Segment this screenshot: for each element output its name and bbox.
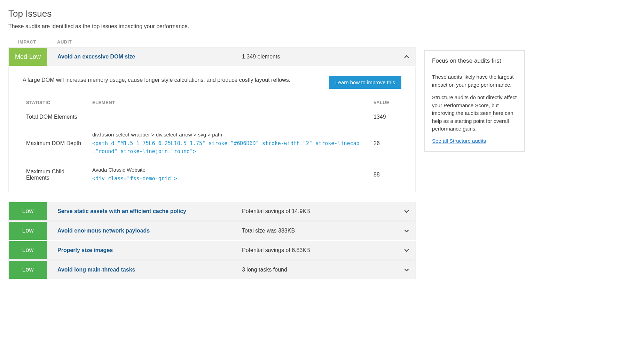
stat-value: 88 — [370, 161, 401, 188]
audit-metric: 3 long tasks found — [242, 267, 398, 273]
impact-badge: Low — [9, 202, 47, 220]
impact-badge: Low — [9, 261, 47, 279]
stat-element — [89, 108, 370, 126]
audit-row[interactable]: Low Avoid enormous network payloads Tota… — [8, 221, 416, 240]
learn-how-button[interactable]: Learn how to improve this — [329, 76, 401, 89]
audit-row[interactable]: Low Serve static assets with an efficien… — [8, 202, 416, 221]
audit-row[interactable]: Low Avoid long main-thread tasks 3 long … — [8, 260, 416, 279]
audit-metric: Potential savings of 14.9KB — [242, 208, 398, 214]
audit-table-header: IMPACT AUDIT — [8, 39, 416, 47]
element-code: <div class="fss-demo-grid"> — [92, 175, 177, 182]
audit-title: Properly size images — [47, 247, 242, 253]
info-box-title: Focus on these audits first — [432, 57, 517, 68]
statistics-table: STATISTIC ELEMENT VALUE Total DOM Elemen… — [23, 97, 401, 188]
chevron-down-icon[interactable] — [398, 248, 415, 253]
audit-title: Avoid an excessive DOM size — [47, 54, 242, 60]
element-code: <path d="M1.5 1.75L6 6.25L10.5 1.75" str… — [92, 140, 360, 155]
table-row: Maximum Child Elements Avada Classic Web… — [23, 161, 401, 188]
audit-description: A large DOM will increase memory usage, … — [23, 76, 290, 84]
audit-title: Avoid enormous network payloads — [47, 228, 242, 234]
chevron-down-icon[interactable] — [398, 267, 415, 272]
header-audit: AUDIT — [57, 39, 416, 45]
audit-metric: Total size was 383KB — [242, 228, 398, 234]
page-subtitle: These audits are identified as the top i… — [8, 23, 416, 30]
element-path: Avada Classic Website — [92, 167, 367, 173]
stat-name: Total DOM Elements — [23, 108, 89, 126]
header-impact: IMPACT — [8, 39, 57, 45]
element-path: div.fusion-select-wrapper > div.select-a… — [92, 132, 367, 137]
stat-name: Maximum DOM Depth — [23, 126, 89, 161]
impact-badge: Low — [9, 222, 47, 240]
page-title: Top Issues — [8, 8, 416, 19]
header-value: VALUE — [370, 97, 401, 108]
header-element: ELEMENT — [89, 97, 370, 108]
audit-expanded-panel: A large DOM will increase memory usage, … — [8, 67, 416, 192]
audit-title: Serve static assets with an efficient ca… — [47, 208, 242, 214]
table-row: Total DOM Elements 1349 — [23, 108, 401, 126]
info-box-text: These audits likely have the largest imp… — [432, 73, 517, 89]
focus-info-box: Focus on these audits first These audits… — [424, 50, 525, 152]
see-all-structure-link[interactable]: See all Structure audits — [432, 138, 486, 144]
stat-name: Maximum Child Elements — [23, 161, 89, 188]
impact-badge: Med-Low — [9, 48, 47, 66]
audit-title: Avoid long main-thread tasks — [47, 267, 242, 273]
audit-row[interactable]: Low Properly size images Potential savin… — [8, 241, 416, 260]
header-statistic: STATISTIC — [23, 97, 89, 108]
table-row: Maximum DOM Depth div.fusion-select-wrap… — [23, 126, 401, 161]
chevron-down-icon[interactable] — [398, 228, 415, 233]
audit-metric: Potential savings of 6.83KB — [242, 247, 398, 253]
chevron-down-icon[interactable] — [398, 209, 415, 214]
chevron-up-icon[interactable] — [398, 54, 415, 59]
impact-badge: Low — [9, 241, 47, 259]
stat-value: 1349 — [370, 108, 401, 126]
stat-element: Avada Classic Website <div class="fss-de… — [89, 161, 370, 188]
stat-value: 26 — [370, 126, 401, 161]
stat-element: div.fusion-select-wrapper > div.select-a… — [89, 126, 370, 161]
info-box-text: Structure audits do not directly affect … — [432, 94, 517, 133]
audit-metric: 1,349 elements — [242, 54, 398, 60]
audit-row[interactable]: Med-Low Avoid an excessive DOM size 1,34… — [8, 47, 416, 66]
